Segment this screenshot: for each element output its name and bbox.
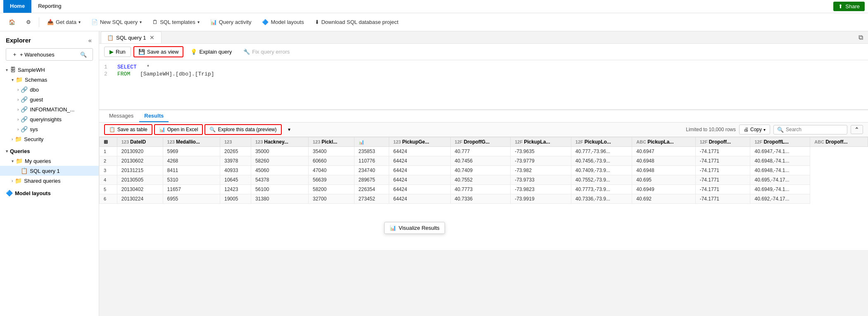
table-cell: 20130602 — [117, 156, 163, 166]
run-button[interactable]: ▶ Run — [104, 47, 131, 57]
table-cell: 40.6949,-74.1... — [750, 185, 810, 194]
table-cell: 40.7552,-73.9... — [571, 175, 632, 185]
sidebar-item-schemas[interactable]: ▾ 📁 Schemas — [0, 75, 99, 85]
col-header-dropoffl3[interactable]: ABCDropoff... — [810, 137, 868, 147]
excel-icon: 📊 — [159, 127, 165, 132]
sidebar-item-dbo[interactable]: › 🔗 dbo — [0, 85, 99, 94]
fix-icon: 🔧 — [243, 49, 250, 55]
explain-query-button[interactable]: 💡 Explain query — [186, 47, 236, 57]
col-header-pickupge[interactable]: 123PickupGe... — [389, 137, 451, 147]
table-cell: 234740 — [354, 166, 389, 175]
col-header-pickupla2[interactable]: ABCPickupLa... — [632, 137, 695, 147]
row-number: 6 — [100, 194, 117, 204]
col-header-medallion[interactable]: 123Medallio... — [163, 137, 220, 147]
warehouse-icon: 🗄 — [10, 66, 16, 73]
col-header-hackney[interactable]: 123Hackney... — [251, 137, 308, 147]
sidebar-item-information[interactable]: › 🔗 INFORMATION_... — [0, 104, 99, 114]
sidebar-item-queryinsights[interactable]: › 🔗 queryinsights — [0, 114, 99, 124]
tab-copy-button[interactable]: ⧉ — [855, 32, 866, 43]
sidebar-item-shared-queries[interactable]: › 📁 Shared queries — [0, 176, 99, 186]
model-icon: 🔷 — [6, 190, 13, 196]
add-warehouse-button[interactable]: ＋ + Warehouses 🔍 — [6, 48, 93, 61]
table-cell: 64424 — [389, 166, 451, 175]
sidebar-item-guest[interactable]: › 🔗 guest — [0, 94, 99, 104]
col-header-dropoffg[interactable]: 12FDropoffG... — [450, 137, 511, 147]
table-cell: 64424 — [389, 156, 451, 166]
copy-button[interactable]: 🖨 Copy ▾ — [739, 125, 770, 134]
code-editor[interactable]: 1 SELECT * 2 FROM [SampleWH].[dbo].[Trip… — [99, 60, 868, 110]
explore-data-button[interactable]: 🔍 Explore this data (preview) — [205, 124, 281, 135]
chart-icon: 📊 — [390, 225, 396, 231]
table-cell: 40.7409 — [450, 166, 511, 175]
query-activity-button[interactable]: 📊 Query activity — [206, 17, 256, 28]
share-button[interactable]: ⬆ Share — [833, 2, 865, 11]
tab-reporting[interactable]: Reporting — [31, 0, 68, 13]
search-box[interactable]: 🔍 — [773, 125, 847, 134]
model-layouts-button[interactable]: 🔷 Model layouts — [257, 17, 308, 28]
table-cell: 64424 — [389, 175, 451, 185]
table-cell: 20130224 — [117, 194, 163, 204]
table-row: 5201304021165712423561005820022635464424… — [100, 185, 868, 194]
sidebar-item-sql-query-1[interactable]: › 📋 SQL query 1 — [0, 166, 99, 176]
fix-query-errors-button[interactable]: 🔧 Fix query errors — [239, 47, 294, 57]
sql-templates-button[interactable]: 🗒 SQL templates ▾ — [148, 17, 204, 28]
chevron-right-icon-sq: › — [12, 179, 13, 183]
tab-home[interactable]: Home — [3, 0, 31, 13]
sidebar-item-model-layouts[interactable]: 🔷 Model layouts — [0, 188, 99, 198]
sidebar-item-sampleWH[interactable]: ▾ 🗄 SampleWH — [0, 65, 99, 75]
messages-tab[interactable]: Messages — [104, 110, 138, 122]
sidebar-item-queries[interactable]: ▾ Queries — [0, 146, 99, 156]
chevron-more-button[interactable]: ▾ — [283, 125, 295, 134]
table-cell: 40.7336 — [450, 194, 511, 204]
chevron-down-icon-copy: ▾ — [763, 127, 766, 132]
results-toolbar-right: Limited to 10,000 rows 🖨 Copy ▾ 🔍 ⌃ — [686, 125, 863, 134]
col-header-chart[interactable]: 📊 — [354, 137, 389, 147]
open-excel-button[interactable]: 📊 Open in Excel — [154, 124, 203, 135]
col-header-dropoffl[interactable]: 12FDropoff... — [695, 137, 750, 147]
collapse-results-button[interactable]: ⌃ — [851, 125, 863, 134]
table-cell: 40.6948,-74.1... — [750, 156, 810, 166]
table-cell: 56100 — [251, 185, 308, 194]
table-cell: 58260 — [251, 156, 308, 166]
sidebar-header: Explorer « — [0, 31, 99, 48]
sidebar-item-sys[interactable]: › 🔗 sys — [0, 124, 99, 134]
chevron-down-icon-2: ▾ — [140, 20, 142, 24]
table-cell: -73.9779 — [511, 156, 571, 166]
chevron-right-icon-info: › — [17, 107, 19, 112]
data-table-wrapper[interactable]: ⊞ 123DateID 123Medallio... 123 123Hackne… — [99, 137, 868, 250]
sidebar-item-security[interactable]: › 📁 Security — [0, 134, 99, 144]
row-number: 5 — [100, 185, 117, 194]
sidebar-item-my-queries[interactable]: ▾ 📁 My queries — [0, 156, 99, 166]
save-as-table-button[interactable]: 📋 Save as table — [104, 124, 152, 135]
table-cell: 31380 — [251, 194, 308, 204]
results-tab[interactable]: Results — [139, 110, 169, 122]
results-tabs: Messages Results — [99, 110, 868, 123]
table-cell: 20131215 — [117, 166, 163, 175]
row-number: 3 — [100, 166, 117, 175]
col-header-pickupla[interactable]: 12FPickupLa... — [511, 137, 571, 147]
get-data-button[interactable]: 📥 Get data ▾ — [43, 17, 85, 28]
row-number: 4 — [100, 175, 117, 185]
folder-icon: 📁 — [16, 76, 23, 83]
table-cell: 40.7773 — [450, 185, 511, 194]
chevron-down-icon-more: ▾ — [288, 127, 290, 132]
save-as-view-button[interactable]: 💾 Save as view — [133, 46, 184, 57]
col-header-dateid[interactable]: 123DateID — [117, 137, 163, 147]
tab-label: SQL query 1 — [116, 35, 146, 41]
col-header-pickup[interactable]: 123Pickl... — [309, 137, 354, 147]
home-icon-btn[interactable]: 🏠 — [4, 17, 20, 28]
settings-icon-btn[interactable]: ⚙ — [21, 17, 36, 28]
sidebar-collapse-btn[interactable]: « — [87, 35, 93, 45]
visualize-results-popup[interactable]: 📊 Visualize Results — [384, 222, 445, 234]
col-header-dropoffl2[interactable]: 12FDropoffL... — [750, 137, 810, 147]
col-header-pickuplo[interactable]: 12FPickupLo... — [571, 137, 632, 147]
col-header-col3[interactable]: 123 — [220, 137, 251, 147]
download-sql-button[interactable]: ⬇ Download SQL database project — [310, 17, 403, 28]
table-cell: 60660 — [309, 156, 354, 166]
tab-close-button[interactable]: ✕ — [149, 34, 155, 41]
search-input[interactable] — [786, 127, 844, 132]
schema-icon-sys: 🔗 — [21, 126, 28, 132]
sql-query-1-tab[interactable]: 📋 SQL query 1 ✕ — [101, 31, 162, 43]
new-sql-button[interactable]: 📄 New SQL query ▾ — [87, 17, 146, 28]
schema-icon-dbo: 🔗 — [21, 86, 28, 93]
